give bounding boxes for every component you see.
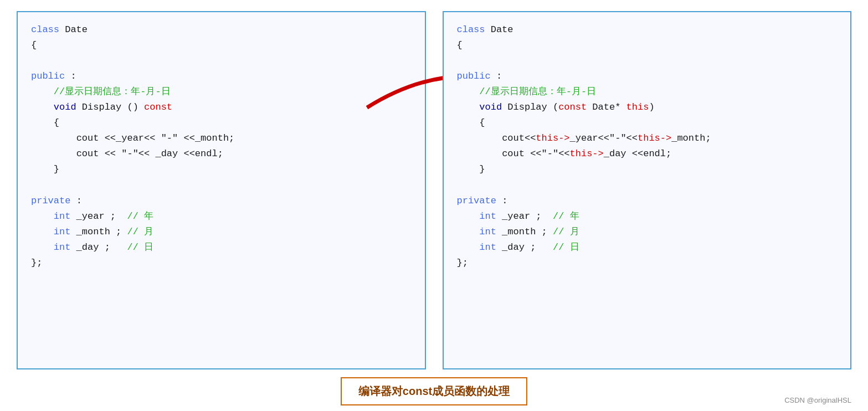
code-line: class Date	[457, 22, 838, 38]
code-line: int _year ; // 年	[457, 209, 838, 224]
code-line: cout << "-"<< _day <<endl;	[31, 146, 412, 162]
left-code-panel: class Date{ public : //显示日期信息：年-月-日 void…	[17, 11, 426, 369]
caption-box: 编译器对const成员函数的处理	[341, 377, 527, 405]
code-line: cout <<"-"<<this->_day <<endl;	[457, 146, 838, 162]
code-line: cout <<_year<< "-" <<_month;	[31, 131, 412, 146]
main-container: class Date{ public : //显示日期信息：年-月-日 void…	[0, 0, 868, 411]
code-line: cout<<this->_year<<"-"<<this->_month;	[457, 131, 838, 146]
code-line: //显示日期信息：年-月-日	[31, 84, 412, 100]
code-line: {	[31, 38, 412, 53]
right-code-panel: class Date{ public : //显示日期信息：年-月-日 void…	[443, 11, 852, 369]
code-line: int _day ; // 日	[31, 240, 412, 255]
code-line: //显示日期信息：年-月-日	[457, 84, 838, 100]
code-line: }	[457, 162, 838, 177]
code-line: int _month ; // 月	[457, 224, 838, 240]
code-line	[457, 53, 838, 69]
code-line: void Display () const	[31, 100, 412, 115]
code-line: {	[457, 38, 838, 53]
code-line: }	[31, 162, 412, 177]
code-line: };	[31, 255, 412, 271]
code-line: public :	[31, 69, 412, 84]
code-line	[31, 177, 412, 193]
code-line: void Display (const Date* this)	[457, 100, 838, 115]
watermark: CSDN @originalHSL	[784, 396, 851, 404]
code-line: class Date	[31, 22, 412, 38]
code-line	[31, 53, 412, 69]
code-line	[457, 177, 838, 193]
code-line: private :	[457, 193, 838, 209]
code-line: int _year ; // 年	[31, 209, 412, 224]
code-line: };	[457, 255, 838, 271]
code-line: int _month ; // 月	[31, 224, 412, 240]
code-line: {	[31, 115, 412, 131]
code-panels: class Date{ public : //显示日期信息：年-月-日 void…	[17, 11, 851, 369]
code-line: private :	[31, 193, 412, 209]
code-line: public :	[457, 69, 838, 84]
code-line: int _day ; // 日	[457, 240, 838, 255]
code-line: {	[457, 115, 838, 131]
caption-text: 编译器对const成员函数的处理	[358, 385, 510, 397]
